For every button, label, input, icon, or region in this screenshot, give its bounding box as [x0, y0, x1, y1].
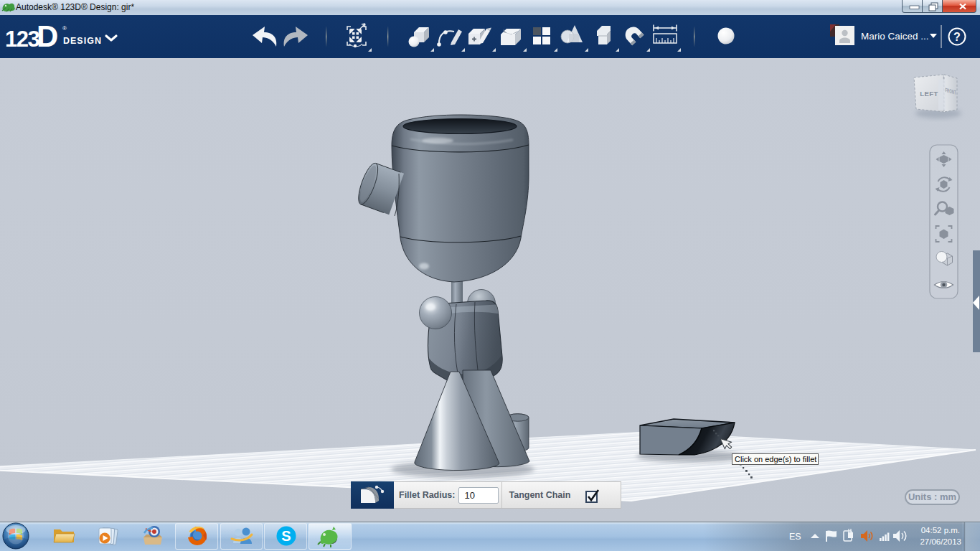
- svg-text:04:52 p.m.: 04:52 p.m.: [921, 526, 960, 534]
- svg-text:Mario Caiced ...: Mario Caiced ...: [861, 31, 929, 42]
- svg-text:S: S: [281, 528, 291, 544]
- svg-text:27/06/2013: 27/06/2013: [920, 537, 961, 546]
- svg-text:?: ?: [953, 31, 961, 43]
- svg-text:®: ®: [62, 25, 67, 32]
- svg-text:LEFT: LEFT: [920, 90, 938, 98]
- svg-text:D: D: [37, 19, 58, 53]
- svg-text:ES: ES: [789, 532, 801, 542]
- svg-text:123: 123: [5, 27, 39, 52]
- svg-text:DESIGN: DESIGN: [63, 36, 102, 46]
